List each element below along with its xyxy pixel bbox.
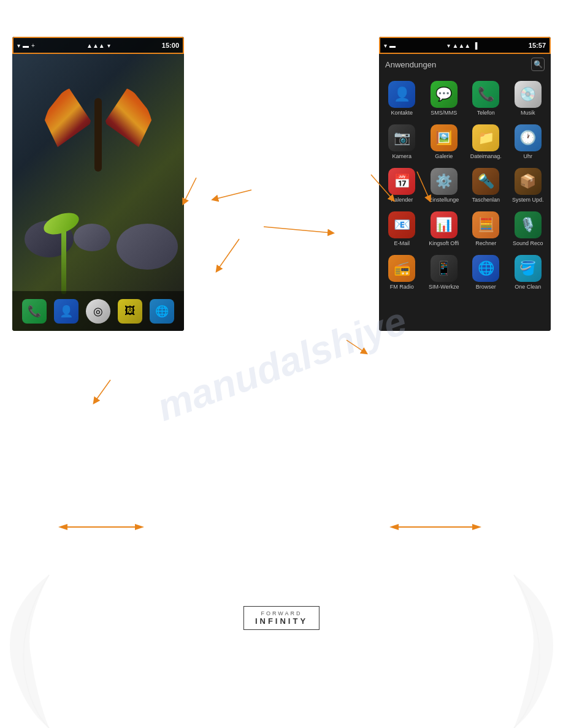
svg-marker-13 (472, 524, 481, 530)
app-label-kamera: Kamera (383, 153, 420, 159)
butterfly-wing-right (104, 86, 153, 147)
app-label-kalender: Kalender (383, 197, 420, 203)
app-icon-datei: 📁 (472, 124, 499, 151)
battery-icon-left: + (31, 42, 35, 49)
phone-dock: 📞 👤 ◎ 🖼 🌐 (12, 291, 184, 331)
apps-search-button[interactable]: 🔍 (531, 58, 545, 71)
app-label-rechner: Rechner (467, 240, 504, 246)
app-item-kalender[interactable]: 📅Kalender (381, 164, 423, 207)
statusbar-right: ▾ ▬ ▾ ▲▲▲ ▐ 15:57 (379, 37, 551, 54)
app-icon-kontakte: 👤 (388, 81, 415, 108)
app-icon-kamera: 📷 (388, 124, 415, 151)
app-label-system: System Upd. (510, 197, 546, 203)
stone-2 (117, 224, 178, 270)
apps-header: Anwendungen 🔍 (379, 54, 551, 75)
app-label-sound: Sound Reco (510, 240, 546, 246)
app-icon-radio: 📻 (388, 255, 415, 282)
app-item-sound[interactable]: 🎙️Sound Reco (508, 208, 549, 250)
apps-container: Anwendungen 🔍 👤Kontakte💬SMS/MMS📞Telefon💿… (379, 54, 551, 331)
app-label-datei: Dateimanag. (467, 153, 504, 159)
app-label-einstellungen: Einstellunge (426, 197, 462, 203)
bg-decoration-left (0, 575, 98, 728)
app-item-email[interactable]: 📧E-Mail (381, 208, 423, 250)
wallpaper (12, 37, 184, 331)
app-icon-sound: 🎙️ (515, 211, 542, 238)
statusbar-right-right-icons: ▾ ▲▲▲ ▐ (447, 42, 478, 49)
app-item-einstellungen[interactable]: ⚙️Einstellunge (424, 164, 465, 207)
wifi-icon2-left: ▾ (107, 42, 110, 49)
statusbar-left-right-icons: ▲▲▲ ▾ (86, 42, 110, 49)
dock-icon-browser[interactable]: 🌐 (150, 299, 174, 324)
app-label-sim: SIM-Werkze (426, 284, 462, 290)
dock-icon-gallery[interactable]: 🖼 (118, 299, 142, 324)
brand-infinity: INFINITY (255, 616, 308, 626)
statusbar-time-left: 15:00 (162, 42, 179, 49)
app-item-clean[interactable]: 🪣One Clean (508, 251, 549, 294)
app-icon-rechner: 🧮 (472, 211, 499, 238)
app-item-radio[interactable]: 📻FM Radio (381, 251, 423, 294)
svg-marker-9 (58, 524, 67, 530)
apps-title: Anwendungen (385, 60, 436, 69)
stone-3 (74, 224, 110, 251)
app-label-taschenlampe: Taschenlan (467, 197, 504, 203)
app-icon-galerie: 🖼️ (431, 124, 458, 151)
app-item-rechner[interactable]: 🧮Rechner (465, 208, 507, 250)
app-item-kontakte[interactable]: 👤Kontakte (381, 77, 423, 119)
app-label-kontakte: Kontakte (383, 110, 420, 116)
app-icon-clean: 🪣 (515, 255, 542, 282)
app-label-browser: Browser (467, 284, 504, 290)
bg-decoration-right (465, 575, 563, 728)
app-item-taschenlampe[interactable]: 🔦Taschenlan (465, 164, 507, 207)
app-label-galerie: Galerie (426, 153, 462, 159)
app-item-musik[interactable]: 💿Musik (508, 77, 549, 119)
app-item-kamera[interactable]: 📷Kamera (381, 121, 423, 163)
statusbar-time-right: 15:57 (529, 42, 546, 49)
app-icon-sim: 📱 (431, 255, 458, 282)
statusbar-left: ▾ ▬ + ▲▲▲ ▾ 15:00 (12, 37, 184, 54)
signal-bars-right: ▲▲▲ (453, 42, 471, 49)
signal-icon-right: ▬ (389, 42, 396, 49)
brand-footer: FORWARD INFINITY (243, 606, 320, 630)
svg-marker-10 (135, 524, 144, 530)
app-icon-einstellungen: ⚙️ (431, 168, 458, 195)
app-item-sms[interactable]: 💬SMS/MMS (424, 77, 465, 119)
signal-icon-left: ▬ (23, 42, 29, 49)
app-icon-system: 📦 (515, 168, 542, 195)
app-icon-telefon: 📞 (472, 81, 499, 108)
app-label-uhr: Uhr (510, 153, 546, 159)
app-label-email: E-Mail (383, 240, 420, 246)
main-content: ▾ ▬ + ▲▲▲ ▾ 15:00 (12, 37, 551, 331)
app-item-uhr[interactable]: 🕐Uhr (508, 121, 549, 163)
app-label-telefon: Telefon (467, 110, 504, 116)
brand-forward: FORWARD (255, 610, 308, 616)
app-icon-taschenlampe: 🔦 (472, 168, 499, 195)
app-item-browser[interactable]: 🌐Browser (465, 251, 507, 294)
butterfly-wing-left (43, 86, 92, 147)
app-item-datei[interactable]: 📁Dateimanag. (465, 121, 507, 163)
dock-icon-contacts[interactable]: 👤 (54, 299, 79, 324)
app-label-musik: Musik (510, 110, 546, 116)
wifi2-right: ▾ (447, 42, 450, 49)
svg-line-7 (347, 340, 365, 352)
app-item-galerie[interactable]: 🖼️Galerie (424, 121, 465, 163)
statusbar-left-icons: ▾ ▬ + (17, 42, 35, 49)
app-item-sim[interactable]: 📱SIM-Werkze (424, 251, 465, 294)
butterfly-body (94, 98, 102, 172)
app-item-kingsoft[interactable]: 📊Kingsoft Offi (424, 208, 465, 250)
apps-grid: 👤Kontakte💬SMS/MMS📞Telefon💿Musik📷Kamera🖼️… (379, 75, 551, 296)
dock-icon-phone[interactable]: 📞 (22, 299, 47, 324)
phone-screen-left: ▾ ▬ + ▲▲▲ ▾ 15:00 (12, 37, 184, 331)
wifi-icon-left: ▾ (17, 42, 20, 49)
app-icon-browser: 🌐 (472, 255, 499, 282)
butterfly (37, 74, 159, 196)
svg-marker-12 (389, 524, 399, 530)
app-label-radio: FM Radio (383, 284, 420, 290)
dock-icon-settings[interactable]: ◎ (86, 299, 110, 324)
statusbar-right-icons: ▾ ▬ (384, 42, 396, 49)
svg-line-6 (95, 380, 110, 401)
app-item-telefon[interactable]: 📞Telefon (465, 77, 507, 119)
wifi-icon-right: ▾ (384, 42, 387, 49)
app-icon-uhr: 🕐 (515, 124, 542, 151)
app-item-system[interactable]: 📦System Upd. (508, 164, 549, 207)
app-icon-musik: 💿 (515, 81, 542, 108)
